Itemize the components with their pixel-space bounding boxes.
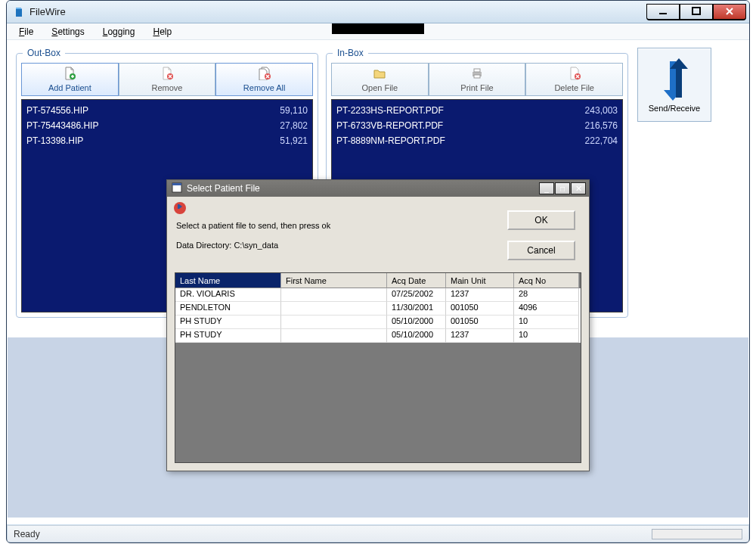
svg-rect-0 <box>659 13 667 14</box>
document-delete-icon <box>568 67 581 82</box>
outbox-title: Out-Box <box>23 48 65 58</box>
col-acq-no[interactable]: Acq No <box>514 273 579 288</box>
list-item[interactable]: PT-8889NM-REPORT.PDF222,704 <box>336 133 618 148</box>
delete-file-button[interactable]: Delete File <box>525 63 623 96</box>
status-text: Ready <box>14 529 40 539</box>
col-main-unit[interactable]: Main Unit <box>446 273 514 288</box>
close-button[interactable] <box>713 4 746 20</box>
add-patient-button[interactable]: Add Patient <box>21 63 119 96</box>
progress-bar <box>652 529 742 539</box>
svg-rect-7 <box>474 75 480 78</box>
svg-rect-6 <box>474 69 480 72</box>
open-file-button[interactable]: Open File <box>331 63 429 96</box>
menu-help[interactable]: Help <box>145 25 179 39</box>
remove-all-button[interactable]: Remove All <box>215 63 313 96</box>
table-row[interactable]: PH STUDY 05/10/2000 1237 10 <box>175 329 581 343</box>
documents-remove-icon <box>257 67 272 82</box>
list-item[interactable]: PT-2233HS-REPORT.PDF243,003 <box>336 103 618 118</box>
list-item[interactable]: PT-6733VB-REPORT.PDF216,576 <box>336 118 618 133</box>
print-file-button[interactable]: Print File <box>429 63 526 96</box>
table-row[interactable]: DR. VIOLARIS 07/25/2002 1237 28 <box>175 288 581 302</box>
dialog-close-button[interactable]: ✕ <box>571 182 586 194</box>
menu-logging[interactable]: Logging <box>95 25 143 39</box>
dialog-logo-icon <box>173 201 187 217</box>
dialog-icon <box>172 182 182 195</box>
col-last-name[interactable]: Last Name <box>175 273 281 288</box>
document-add-icon <box>63 67 76 82</box>
titlebar[interactable]: FileWire <box>7 1 749 23</box>
app-icon <box>13 6 25 18</box>
dialog-maximize-button[interactable]: □ <box>555 182 570 194</box>
list-item[interactable]: PT-13398.HIP51,921 <box>26 133 308 148</box>
dialog-datadir: Data Directory: C:\syn_data <box>176 241 278 250</box>
open-folder-icon <box>373 67 386 82</box>
table-row[interactable]: PENDLETON 11/30/2001 001050 4096 <box>175 302 581 316</box>
select-patient-dialog: Select Patient File _ □ ✕ Select a patie… <box>166 179 590 471</box>
dialog-title: Select Patient File <box>187 183 260 194</box>
notch-decoration <box>332 23 424 34</box>
patient-table[interactable]: Last Name First Name Acq Date Main Unit … <box>175 272 581 463</box>
ok-button[interactable]: OK <box>507 210 575 230</box>
maximize-button[interactable] <box>680 4 713 20</box>
table-row[interactable]: PH STUDY 05/10/2000 001050 10 <box>175 316 581 329</box>
dialog-titlebar[interactable]: Select Patient File _ □ ✕ <box>167 180 589 197</box>
minimize-button[interactable] <box>646 4 680 20</box>
svg-rect-10 <box>172 183 181 185</box>
cancel-button[interactable]: Cancel <box>507 241 575 260</box>
inbox-title: In-Box <box>333 48 368 58</box>
send-receive-button[interactable]: Send/Receive <box>637 48 711 122</box>
printer-icon <box>470 67 484 82</box>
status-bar: Ready <box>8 525 748 542</box>
menu-file[interactable]: File <box>11 25 41 39</box>
dialog-prompt: Select a patient file to send, then pres… <box>176 221 330 230</box>
list-item[interactable]: PT-574556.HIP59,110 <box>26 103 308 118</box>
list-item[interactable]: PT-75443486.HIP27,802 <box>26 118 308 133</box>
remove-button[interactable]: Remove <box>119 63 216 96</box>
svg-rect-1 <box>692 8 700 14</box>
document-remove-icon <box>160 67 174 82</box>
menu-settings[interactable]: Settings <box>44 25 91 39</box>
table-header: Last Name First Name Acq Date Main Unit … <box>175 273 581 288</box>
sync-arrows-icon <box>655 57 694 104</box>
dialog-minimize-button[interactable]: _ <box>539 182 554 194</box>
window-title: FileWire <box>29 6 646 17</box>
col-first-name[interactable]: First Name <box>281 273 387 288</box>
col-acq-date[interactable]: Acq Date <box>387 273 446 288</box>
